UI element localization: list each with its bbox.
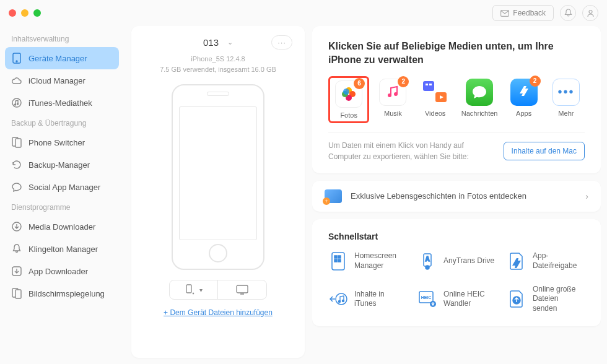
- close-dot[interactable]: [9, 9, 16, 17]
- media-item-videos[interactable]: Videos: [417, 76, 454, 123]
- media-label: Apps: [516, 110, 531, 117]
- window-controls[interactable]: [9, 9, 41, 17]
- device-action-content[interactable]: ▾: [170, 280, 218, 299]
- download-icon: [11, 221, 22, 232]
- media-title: Klicken Sie auf Beliebige Medien unten, …: [328, 40, 585, 67]
- sidebar-item-backup[interactable]: Backup-Manager: [5, 154, 119, 176]
- upload-file-icon: [507, 289, 526, 309]
- itunes-icon: [328, 289, 348, 309]
- export-button[interactable]: Inhalte auf den Mac: [504, 142, 585, 160]
- svg-point-37: [343, 300, 344, 302]
- media-item-nachrichten[interactable]: Nachrichten: [459, 76, 500, 123]
- add-files-link[interactable]: + Dem Gerät Dateien hinzufügen: [164, 308, 273, 317]
- svg-point-3: [16, 61, 17, 62]
- sidebar-item-label: Phone Switcher: [28, 138, 85, 147]
- quick-anytrans-drive[interactable]: A AnyTrans Drive: [417, 251, 496, 271]
- device-model: iPhone_5S 12.4.8: [160, 54, 276, 64]
- svg-point-36: [339, 301, 341, 303]
- svg-point-19: [343, 89, 349, 95]
- sidebar-item-itunes[interactable]: iTunes-Mediathek: [5, 92, 119, 114]
- heic-icon: HEIC: [417, 289, 437, 309]
- quick-label: AnyTrans Drive: [443, 256, 494, 266]
- notifications-button[interactable]: [560, 5, 576, 21]
- sidebar-item-label: Geräte Manager: [28, 54, 87, 63]
- quick-homescreen[interactable]: Homescreen Manager: [328, 251, 406, 271]
- device-more-button[interactable]: ···: [271, 35, 292, 50]
- device-info: iPhone_5S 12.4.8 7.5 GB verwendet, insge…: [160, 54, 276, 74]
- svg-rect-8: [15, 139, 21, 147]
- minimize-dot[interactable]: [21, 9, 28, 17]
- backup-icon: [11, 159, 22, 170]
- svg-point-21: [394, 92, 398, 96]
- sidebar-item-icloud[interactable]: iCloud Manager: [5, 69, 119, 92]
- maximize-dot[interactable]: [33, 9, 41, 17]
- svg-rect-23: [426, 84, 428, 85]
- chat-icon: [11, 181, 22, 193]
- svg-point-33: [426, 266, 429, 269]
- drive-icon: A: [417, 251, 437, 271]
- feedback-label: Feedback: [513, 9, 546, 17]
- sidebar-item-label: iTunes-Mediathek: [28, 98, 92, 108]
- sidebar-item-phone-switcher[interactable]: Phone Switcher: [5, 131, 119, 154]
- promo-banner[interactable]: Exklusive Lebensgeschichten in Fotos ent…: [312, 181, 601, 212]
- quick-send-files[interactable]: Online große Dateien senden: [507, 285, 585, 314]
- sidebar-item-mirror[interactable]: Bildschirmspiegelung: [5, 282, 119, 305]
- sidebar-group-title: Inhaltsverwaltung: [5, 30, 119, 47]
- sidebar-item-media-downloader[interactable]: Media Downloader: [5, 215, 119, 238]
- media-label: Mehr: [558, 110, 574, 117]
- quick-itunes[interactable]: Inhalte in iTunes: [328, 285, 406, 314]
- account-button[interactable]: [582, 5, 598, 21]
- svg-point-6: [17, 103, 19, 105]
- svg-rect-24: [429, 84, 432, 85]
- device-dropdown[interactable]: ⌄: [227, 38, 233, 46]
- svg-rect-29: [338, 256, 341, 258]
- sidebar-item-label: Bildschirmspiegelung: [28, 289, 105, 298]
- chevron-right-icon: ›: [585, 191, 588, 201]
- svg-text:HEIC: HEIC: [421, 295, 432, 300]
- feedback-button[interactable]: Feedback: [492, 5, 554, 21]
- sidebar-item-label: Media Downloader: [28, 222, 95, 232]
- monitor-icon: [236, 285, 248, 295]
- badge: 2: [398, 76, 409, 87]
- bell-icon: [11, 243, 22, 254]
- homescreen-icon: [328, 251, 348, 271]
- device-icon: [11, 53, 22, 64]
- messages-icon: [471, 85, 487, 100]
- svg-text:A: A: [425, 256, 429, 262]
- mail-icon: [500, 10, 509, 17]
- switch-icon: [11, 137, 22, 148]
- svg-rect-28: [334, 256, 337, 258]
- media-item-fotos[interactable]: 6 Fotos: [328, 76, 369, 123]
- sidebar-group-title: Backup & Übertragung: [5, 114, 119, 131]
- media-item-apps[interactable]: 2 Apps: [505, 76, 543, 123]
- badge: 2: [530, 76, 541, 87]
- promo-icon: [325, 189, 342, 203]
- sidebar-group-title: Dienstprogramme: [5, 198, 119, 215]
- sidebar-item-label: Klingelton Manager: [28, 245, 98, 254]
- quick-app-filesharing[interactable]: App-Dateifreigabe: [507, 251, 585, 271]
- cloud-icon: [11, 75, 22, 86]
- badge: 6: [354, 78, 365, 89]
- sidebar-item-ringtone[interactable]: Klingelton Manager: [5, 238, 119, 260]
- sidebar-item-device-manager[interactable]: Geräte Manager: [5, 47, 119, 69]
- media-label: Nachrichten: [461, 110, 498, 117]
- quick-heic[interactable]: HEIC Online HEIC Wandler: [417, 285, 496, 314]
- sidebar: Inhaltsverwaltung Geräte Manager iCloud …: [0, 26, 124, 358]
- appstore-icon: [516, 84, 532, 100]
- svg-rect-31: [338, 259, 341, 262]
- media-label: Videos: [425, 110, 445, 117]
- music-note-icon: [11, 97, 22, 108]
- quickstart-title: Schnellstart: [328, 232, 585, 241]
- sidebar-item-social[interactable]: Social App Manager: [5, 176, 119, 198]
- quick-label: App-Dateifreigabe: [533, 251, 585, 271]
- quick-label: Homescreen Manager: [354, 251, 406, 271]
- svg-point-4: [12, 98, 21, 107]
- sidebar-item-label: App Downloader: [28, 267, 88, 276]
- media-item-mehr[interactable]: ••• Mehr: [548, 76, 585, 123]
- media-item-musik[interactable]: 2 Musik: [374, 76, 411, 123]
- promo-text: Exklusive Lebensgeschichten in Fotos ent…: [351, 191, 577, 201]
- device-action-screen[interactable]: [218, 280, 266, 299]
- sidebar-item-app-downloader[interactable]: App Downloader: [5, 260, 119, 282]
- phone-illustration: [172, 84, 264, 270]
- device-storage: 7.5 GB verwendet, insgesamt 16.0 GB: [160, 64, 276, 75]
